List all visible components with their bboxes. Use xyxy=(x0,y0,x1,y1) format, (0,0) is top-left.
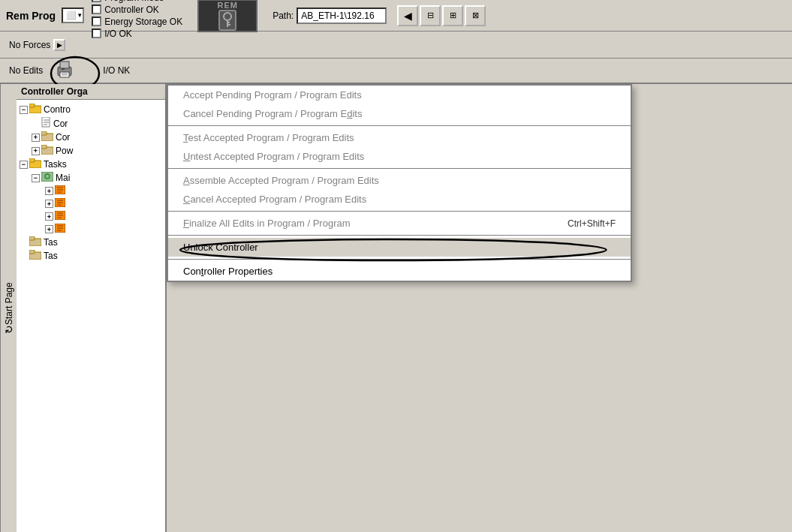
folder-svg2 xyxy=(41,131,53,141)
menu-item-cancel-accepted[interactable]: Cancel Accepted Program / Program Edits xyxy=(168,190,631,209)
checkboxes-area: Program Mode Controller OK Energy Storag… xyxy=(86,2,188,29)
menu-item-finalize-shortcut: Ctrl+Shift+F xyxy=(568,218,616,229)
task-icon-mai xyxy=(41,172,53,184)
nav-btn1[interactable]: ⊟ xyxy=(420,5,441,26)
svg-rect-22 xyxy=(29,158,35,162)
svg-point-0 xyxy=(224,13,231,20)
menu-item-assemble-accepted-label: Assemble Accepted Program / Program Edit… xyxy=(183,175,379,186)
io-ok-checkbox[interactable] xyxy=(92,29,101,38)
tree-toggle-io2[interactable]: + xyxy=(45,200,53,208)
menu-item-assemble-accepted[interactable]: Assemble Accepted Program / Program Edit… xyxy=(168,171,631,190)
menu-item-finalize[interactable]: Finalize All Edits in Program / Program … xyxy=(168,214,631,233)
menu-item-finalize-label: Finalize All Edits in Program / Program xyxy=(183,218,351,229)
checkbox-program-mode: Program Mode xyxy=(92,0,182,3)
folder-svg5 xyxy=(29,236,41,246)
tree-item-mai[interactable]: − Mai xyxy=(17,171,165,185)
menu-item-untest-accepted-label: Untest Accepted Program / Program Edits xyxy=(183,151,364,162)
menu-item-accept-pending-label: Accept Pending Program / Program Edits xyxy=(183,89,362,101)
svg-rect-8 xyxy=(62,68,65,70)
menu-sep1 xyxy=(168,125,631,126)
tree-item-pow[interactable]: + Pow xyxy=(17,144,165,158)
tree-toggle-controller[interactable]: − xyxy=(20,106,28,114)
menu-item-controller-properties-label: Controller Properties xyxy=(183,266,273,277)
tree-toggle-io3[interactable]: + xyxy=(45,212,53,221)
io-icon-2 xyxy=(55,198,65,209)
tree-item-cor1[interactable]: Cor xyxy=(17,116,165,131)
toolbar-row1: Rem Prog ⬜ ▼ Program Mode Controller OK … xyxy=(0,0,792,32)
tree-item-io3[interactable]: + xyxy=(17,210,165,223)
menu-item-unlock-label: Unlock Controller xyxy=(183,242,258,253)
tree-header: Controller Orga xyxy=(17,84,165,100)
controller-ok-label: Controller OK xyxy=(104,5,159,15)
folder-svg xyxy=(29,104,41,113)
tree-item-io1[interactable]: + xyxy=(17,185,165,197)
menu-item-test-accepted[interactable]: Test Accepted Program / Program Edits xyxy=(168,128,631,147)
tree-label-tasks: Tasks xyxy=(44,159,67,170)
checkbox-io-ok: I/O OK xyxy=(92,29,182,39)
path-label: Path: xyxy=(273,11,294,21)
nav-btn3[interactable]: ⊠ xyxy=(465,5,486,26)
folder-svg6 xyxy=(29,250,41,260)
menu-item-cancel-pending[interactable]: Cancel Pending Program / Program Edits xyxy=(168,104,631,123)
doc-svg xyxy=(41,117,51,128)
svg-rect-2 xyxy=(227,24,230,26)
rem-indicator: REM xyxy=(197,0,257,32)
io-icon-4 xyxy=(55,224,65,235)
nav-btn2[interactable]: ⊞ xyxy=(442,5,463,26)
folder-icon-tasks xyxy=(29,158,41,170)
tree-item-io4[interactable]: + xyxy=(17,223,165,236)
rem-prog-dropdown[interactable]: ⬜ ▼ xyxy=(62,8,84,23)
checkbox-energy-storage: Energy Storage OK xyxy=(92,17,182,27)
io-icon-1 xyxy=(55,185,65,197)
tree-toggle-pow[interactable]: + xyxy=(32,147,40,155)
svg-rect-45 xyxy=(29,250,35,254)
task-svg xyxy=(41,172,53,182)
tree-toggle-cor2[interactable]: + xyxy=(32,134,40,142)
energy-storage-checkbox[interactable] xyxy=(92,17,101,26)
svg-rect-18 xyxy=(41,131,47,135)
rem-text: REM xyxy=(217,1,237,10)
tree-item-io2[interactable]: + xyxy=(17,197,165,210)
tree-item-tas1[interactable]: Tas xyxy=(17,236,165,249)
start-page-tab[interactable]: ↻ Start Page xyxy=(0,84,17,532)
dropdown-menu: Accept Pending Program / Program Edits C… xyxy=(167,84,632,282)
program-mode-label: Program Mode xyxy=(104,0,164,3)
svg-rect-43 xyxy=(29,236,35,240)
nav-back-button[interactable]: ◀ xyxy=(397,5,418,26)
no-forces-arrow[interactable]: ▶ xyxy=(53,39,65,51)
controller-ok-checkbox[interactable] xyxy=(92,5,101,14)
tree-toggle-io1[interactable]: + xyxy=(45,187,53,195)
tree-panel: Controller Orga − Contro xyxy=(17,84,167,532)
tree-toggle-mai[interactable]: − xyxy=(32,174,40,182)
lock-icon-section xyxy=(55,59,74,83)
folder-icon-controller xyxy=(29,104,41,116)
tree-label-mai: Mai xyxy=(56,173,70,183)
tree-item-controller[interactable]: − Contro xyxy=(17,103,165,116)
tree-label-tas1: Tas xyxy=(44,237,58,248)
folder-icon-pow xyxy=(41,145,53,157)
key-icon xyxy=(221,12,233,29)
folder-svg4 xyxy=(29,158,41,168)
tree-item-cor2[interactable]: + Cor xyxy=(17,131,165,144)
menu-item-unlock[interactable]: Unlock Controller xyxy=(168,238,631,257)
tree-item-tasks[interactable]: − Tasks xyxy=(17,158,165,171)
tree-toggle-io4[interactable]: + xyxy=(45,225,53,233)
tree-toggle-tasks[interactable]: − xyxy=(20,161,28,169)
menu-item-cancel-pending-label: Cancel Pending Program / Program Edits xyxy=(183,108,362,119)
dropdown-arrow: ▼ xyxy=(77,12,83,19)
path-area: Path: AB_ETH-1\192.16 xyxy=(267,2,393,29)
svg-rect-20 xyxy=(41,145,47,149)
tree-label-pow: Pow xyxy=(56,146,73,156)
path-input[interactable]: AB_ETH-1\192.16 xyxy=(297,8,387,24)
program-mode-checkbox[interactable] xyxy=(92,0,101,2)
tree-label-controller: Contro xyxy=(44,104,71,115)
no-forces-section: No Forces ▶ xyxy=(3,38,71,53)
toolbar-row3: No Edits I/O NK xyxy=(0,59,792,84)
menu-item-untest-accepted[interactable]: Untest Accepted Program / Program Edits xyxy=(168,147,631,166)
rem-prog-label: Rem Prog xyxy=(3,8,59,23)
menu-item-accept-pending[interactable]: Accept Pending Program / Program Edits xyxy=(168,86,631,104)
menu-item-controller-properties[interactable]: Controller Properties xyxy=(168,262,631,281)
checkbox-controller-ok: Controller OK xyxy=(92,5,182,15)
main-content: ↻ Start Page Controller Orga − Contro xyxy=(0,84,792,532)
tree-item-tas2[interactable]: Tas xyxy=(17,249,165,263)
